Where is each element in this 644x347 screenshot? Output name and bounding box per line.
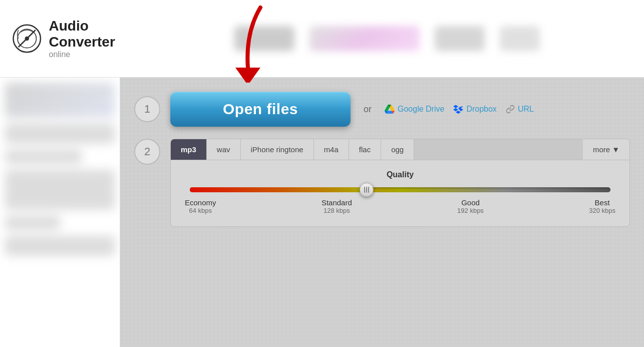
more-label: more [593, 145, 610, 154]
dropbox-link[interactable]: Dropbox [453, 104, 496, 114]
tab-more[interactable]: more ▼ [583, 139, 629, 160]
format-tabs: mp3 wav iPhone ringtone m4a flac ogg mor… [170, 139, 630, 160]
slider-track [190, 187, 610, 192]
logo-text: Audio Converter online [49, 18, 142, 59]
quality-title: Quality [185, 170, 615, 179]
sidebar [0, 78, 120, 347]
standard-kbps: 128 kbps [321, 207, 352, 214]
best-name: Best [589, 198, 615, 207]
header-blurred-item-3 [435, 26, 485, 51]
step2-row: 2 mp3 wav iPhone ringtone m4a flac ogg m… [134, 139, 630, 227]
url-link[interactable]: URL [506, 105, 534, 114]
sidebar-blurred [0, 78, 120, 347]
open-files-button[interactable]: Open files [170, 92, 351, 127]
step2-number: 2 [134, 139, 160, 165]
google-drive-link[interactable]: Google Drive [385, 104, 444, 114]
url-label: URL [518, 105, 534, 114]
good-kbps: 192 kbps [457, 207, 484, 214]
best-kbps: 320 kbps [589, 207, 615, 214]
economy-name: Economy [185, 198, 216, 207]
logo-subtitle: online [49, 50, 142, 59]
or-text: or [364, 104, 372, 115]
tab-m4a[interactable]: m4a [314, 139, 349, 160]
quality-economy: Economy 64 kbps [185, 198, 216, 214]
source-links: Google Drive Dropbox URL [385, 104, 534, 114]
header: Audio Converter online [0, 0, 644, 78]
tab-iphone-ringtone[interactable]: iPhone ringtone [241, 139, 314, 160]
quality-standard: Standard 128 kbps [321, 198, 352, 214]
slider-line-3 [368, 187, 369, 193]
slider-container [190, 187, 610, 192]
good-name: Good [457, 198, 484, 207]
format-section: mp3 wav iPhone ringtone m4a flac ogg mor… [170, 139, 630, 227]
header-blurred-item-4 [500, 26, 540, 51]
dropbox-icon [453, 104, 463, 114]
google-drive-icon [385, 104, 395, 114]
slider-filled [190, 187, 367, 192]
tab-mp3[interactable]: mp3 [171, 139, 207, 160]
svg-line-3 [19, 30, 36, 47]
header-blurred-item-2 [309, 26, 420, 51]
chevron-down-icon: ▼ [612, 145, 619, 154]
tab-ogg[interactable]: ogg [381, 139, 414, 160]
slider-thumb[interactable] [360, 183, 374, 197]
logo-area: Audio Converter online [12, 18, 142, 59]
header-blurred-item-1 [234, 26, 294, 51]
dropbox-label: Dropbox [466, 105, 496, 114]
tab-wav[interactable]: wav [207, 139, 241, 160]
quality-best: Best 320 kbps [589, 198, 615, 214]
header-blurred-content [142, 26, 632, 51]
logo-icon [12, 21, 42, 56]
step1-number: 1 [134, 96, 160, 122]
url-icon [506, 105, 515, 114]
quality-panel: Quality [170, 160, 630, 227]
logo-title: Audio Converter [49, 18, 142, 50]
quality-good: Good 192 kbps [457, 198, 484, 214]
standard-name: Standard [321, 198, 352, 207]
quality-labels: Economy 64 kbps Standard 128 kbps Good 1… [185, 198, 615, 214]
economy-kbps: 64 kbps [185, 207, 216, 214]
slider-thumb-lines [364, 187, 369, 193]
tab-flac[interactable]: flac [349, 139, 381, 160]
google-drive-label: Google Drive [398, 105, 444, 114]
step1-row: 1 Open files or Google Drive [134, 92, 630, 127]
slider-line-2 [366, 187, 367, 193]
main-area: 1 Open files or Google Drive [120, 78, 644, 347]
slider-line-1 [364, 187, 365, 193]
